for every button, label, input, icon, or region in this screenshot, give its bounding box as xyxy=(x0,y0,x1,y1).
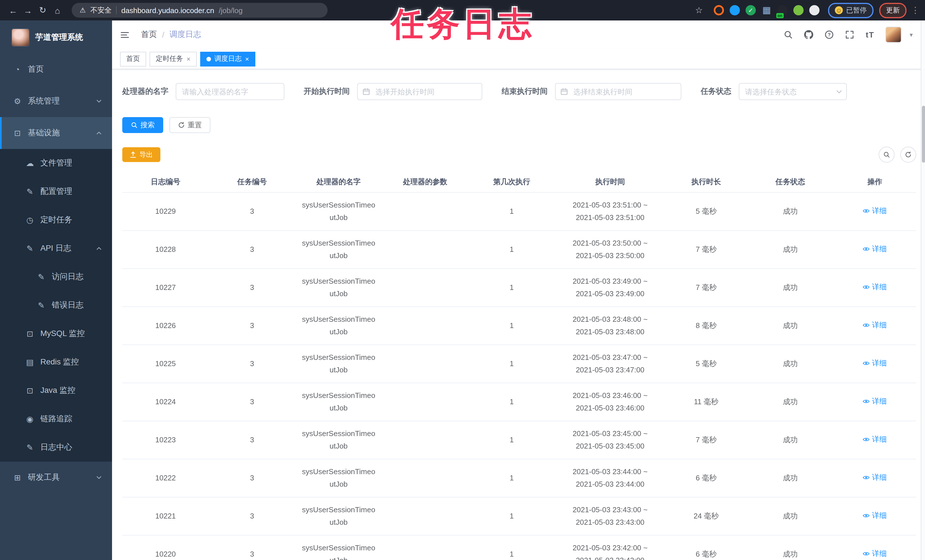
table-refresh-button[interactable] xyxy=(900,147,916,163)
search-button[interactable]: 搜索 xyxy=(122,117,163,133)
tab-job-log[interactable]: 调度日志 × xyxy=(200,51,255,66)
home-icon[interactable]: ⌂ xyxy=(50,3,65,18)
extension-glyph: ▦ xyxy=(762,6,771,15)
page-content: 处理器的名字 开始执行时间 结束执行时间 任务状态 xyxy=(112,69,925,560)
sidebar-item-config-management[interactable]: ✎ 配置管理 xyxy=(0,178,112,206)
table-row[interactable]: 10228 3 sysUserSessionTimeoutJob 1 2021-… xyxy=(122,230,916,268)
cell-status: 成功 xyxy=(747,535,833,560)
layers-icon: ▤ xyxy=(25,358,35,367)
browser-update-button[interactable]: 更新 xyxy=(879,3,907,18)
detail-link[interactable]: 详细 xyxy=(863,509,887,522)
reload-icon[interactable]: ↻ xyxy=(35,3,50,18)
detail-link[interactable]: 详细 xyxy=(863,357,887,369)
sidebar-item-access-log[interactable]: ✎ 访问日志 xyxy=(0,263,112,291)
show-search-toggle-button[interactable] xyxy=(879,147,895,163)
table-row[interactable]: 10227 3 sysUserSessionTimeoutJob 1 2021-… xyxy=(122,268,916,306)
hamburger-icon[interactable] xyxy=(120,30,130,39)
table-row[interactable]: 10221 3 sysUserSessionTimeoutJob 1 2021-… xyxy=(122,497,916,535)
detail-link-label: 详细 xyxy=(872,205,887,217)
github-icon[interactable] xyxy=(804,30,814,39)
detail-link-label: 详细 xyxy=(872,243,887,255)
monitor-icon: ⊡ xyxy=(25,386,35,395)
page-scrollbar[interactable] xyxy=(921,21,925,560)
table-row[interactable]: 10224 3 sysUserSessionTimeoutJob 1 2021-… xyxy=(122,382,916,421)
forward-icon[interactable]: → xyxy=(21,3,35,18)
detail-link[interactable]: 详细 xyxy=(863,471,887,483)
on-badge: on xyxy=(776,13,783,18)
job-status-input[interactable] xyxy=(739,83,847,100)
detail-link[interactable]: 详细 xyxy=(863,205,887,217)
start-time-input[interactable] xyxy=(357,83,482,100)
sidebar-item-tracing[interactable]: ◉ 链路追踪 xyxy=(0,405,112,433)
search-icon[interactable] xyxy=(784,30,793,39)
cell-execute-time: 2021-05-03 23:49:00 ~2021-05-03 23:49:00 xyxy=(555,268,665,306)
proxy-ext-icon[interactable]: on xyxy=(777,5,788,15)
detail-link[interactable]: 详细 xyxy=(863,319,887,331)
edit-icon: ✎ xyxy=(25,443,35,452)
vpn-ext-icon[interactable] xyxy=(730,5,740,15)
tab-scheduled-task[interactable]: 定时任务 × xyxy=(149,51,197,66)
detail-link[interactable]: 详细 xyxy=(863,243,887,255)
sidebar-item-api-log[interactable]: ✎ API 日志 xyxy=(0,234,112,263)
cell-log-id: 10222 xyxy=(122,459,209,497)
table-row[interactable]: 10220 3 sysUserSessionTimeoutJob 1 2021-… xyxy=(122,535,916,560)
cell-status: 成功 xyxy=(747,230,833,268)
page-header: 首页 / 调度日志 ?tT ▾ xyxy=(112,21,925,49)
adblock-ext-icon[interactable] xyxy=(714,5,724,15)
close-icon[interactable]: × xyxy=(245,55,249,63)
detail-link[interactable]: 详细 xyxy=(863,281,887,293)
app-logo[interactable]: 芋道管理系统 xyxy=(0,21,112,53)
table-row[interactable]: 10225 3 sysUserSessionTimeoutJob 1 2021-… xyxy=(122,345,916,382)
avatar-caret-icon[interactable]: ▾ xyxy=(910,31,913,38)
sidebar-item-error-log[interactable]: ✎ 错误日志 xyxy=(0,291,112,319)
table-row[interactable]: 10226 3 sysUserSessionTimeoutJob 1 2021-… xyxy=(122,306,916,345)
eye-icon xyxy=(863,550,870,557)
sidebar-item-log-center[interactable]: ✎ 日志中心 xyxy=(0,433,112,462)
detail-link[interactable]: 详细 xyxy=(863,548,887,560)
close-icon[interactable]: × xyxy=(187,55,190,63)
cell-actions: 详细 xyxy=(834,306,916,345)
export-button[interactable]: 导出 xyxy=(122,147,160,162)
sidebar-item-system-management[interactable]: ⚙ 系统管理 xyxy=(0,85,112,117)
cell-log-id: 10229 xyxy=(122,192,209,230)
tab-home[interactable]: 首页 xyxy=(120,51,146,66)
font-size-icon[interactable]: tT xyxy=(866,30,874,39)
back-icon[interactable]: ← xyxy=(6,3,21,18)
scrollbar-thumb[interactable] xyxy=(922,106,925,163)
emoji-face-icon: ☺ xyxy=(835,6,843,14)
main-area: 首页 / 调度日志 ?tT ▾ 首页 定时任务 × 调度日志 × 处理器的名字 xyxy=(112,21,925,560)
cell-duration: 7 毫秒 xyxy=(665,421,747,459)
sidebar-item-scheduled-task[interactable]: ◷ 定时任务 xyxy=(0,206,112,234)
sidebar-item-dev-tools[interactable]: ⊞ 研发工具 xyxy=(0,462,112,494)
table-row[interactable]: 10229 3 sysUserSessionTimeoutJob 1 2021-… xyxy=(122,192,916,230)
extension-paused-badge[interactable]: ☺ 已暂停 xyxy=(828,3,874,18)
table-row[interactable]: 10223 3 sysUserSessionTimeoutJob 1 2021-… xyxy=(122,421,916,459)
sidebar-item-file-management[interactable]: ☁ 文件管理 xyxy=(0,149,112,178)
handler-name-input[interactable] xyxy=(176,83,284,100)
detail-link[interactable]: 详细 xyxy=(863,433,887,446)
sidebar-item-infrastructure[interactable]: ⊡ 基础设施 xyxy=(0,117,112,149)
end-time-input[interactable] xyxy=(555,83,681,100)
sidebar-item-redis-monitor[interactable]: ▤ Redis 监控 xyxy=(0,348,112,376)
detail-link-label: 详细 xyxy=(872,471,887,483)
table-row[interactable]: 10222 3 sysUserSessionTimeoutJob 1 2021-… xyxy=(122,459,916,497)
verified-ext-icon[interactable]: ✓ xyxy=(746,5,756,15)
bookmark-star-icon[interactable]: ☆ xyxy=(691,3,707,18)
fullscreen-icon[interactable] xyxy=(845,30,854,39)
breadcrumb-home[interactable]: 首页 xyxy=(141,30,157,40)
puzzle-ext-icon[interactable] xyxy=(809,5,820,15)
sidebar-item-mysql-monitor[interactable]: ⊡ MySQL 监控 xyxy=(0,319,112,348)
tab-label: 调度日志 xyxy=(214,54,242,64)
user-avatar[interactable] xyxy=(886,27,902,43)
help-icon[interactable]: ? xyxy=(825,30,834,39)
address-bar[interactable]: ⚠ 不安全 dashboard.yudao.iocoder.cn/job/log xyxy=(72,3,328,18)
sidebar-item-home[interactable]: ◔ 首页 xyxy=(0,53,112,85)
reset-button[interactable]: 重置 xyxy=(169,117,211,133)
sidebar-item-java-monitor[interactable]: ⊡ Java 监控 xyxy=(0,376,112,405)
grid-ext-icon[interactable]: ▦ xyxy=(761,5,772,15)
browser-menu-icon[interactable]: ⋮ xyxy=(911,5,920,15)
cell-duration: 7 毫秒 xyxy=(665,230,747,268)
leaf-ext-icon[interactable] xyxy=(793,5,804,15)
detail-link[interactable]: 详细 xyxy=(863,395,887,407)
edit-icon: ✎ xyxy=(25,244,35,253)
